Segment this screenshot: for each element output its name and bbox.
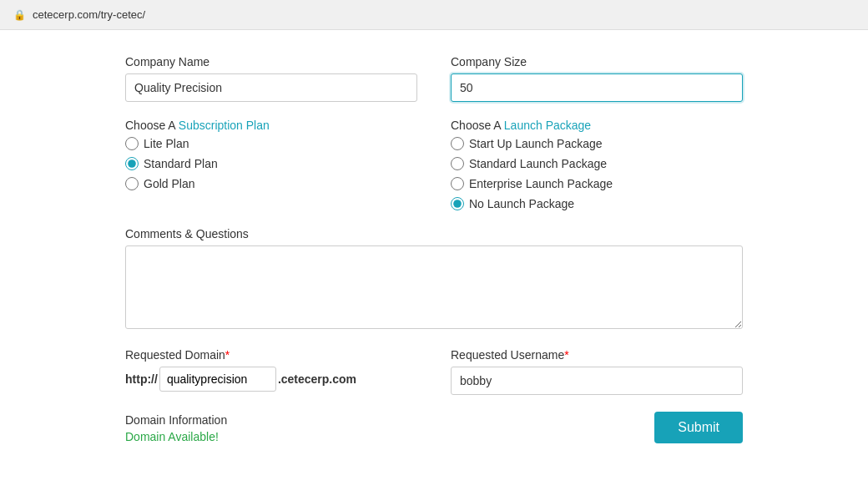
form-container: Company Name Company Size Choose A Subsc… [75,55,793,443]
launch-none-label: No Launch Package [469,197,574,210]
launch-startup[interactable]: Start Up Launch Package [451,137,743,150]
launch-radio-group: Start Up Launch Package Standard Launch … [451,137,743,210]
domain-username-row: Requested Domain* http:// .cetecerp.com … [125,348,743,395]
domain-label: Requested Domain* [125,348,417,362]
company-size-input[interactable] [451,73,743,102]
company-size-label: Company Size [451,55,743,68]
subscription-radio-group: Lite Plan Standard Plan Gold Plan [125,137,417,190]
subscription-standard-radio[interactable] [125,157,139,170]
url-bar: cetecerp.com/try-cetec/ [33,8,145,21]
username-required-star: * [564,348,568,362]
domain-input[interactable] [159,367,276,392]
subscription-lite-label: Lite Plan [144,137,189,150]
subscription-label: Choose A Subscription Plan [125,119,417,132]
subscription-gold-label: Gold Plan [144,177,194,190]
domain-available-text: Domain Available! [125,430,417,443]
company-row: Company Name Company Size [125,55,743,102]
submit-col: Submit [451,412,743,443]
lock-icon: 🔒 [13,9,26,21]
domain-info-col: Domain Information Domain Available! [125,413,417,443]
subscription-gold-radio[interactable] [125,177,139,190]
subscription-gold[interactable]: Gold Plan [125,177,417,190]
launch-standard[interactable]: Standard Launch Package [451,157,743,170]
launch-package-link[interactable]: Launch Package [504,119,591,132]
domain-suffix: .cetecerp.com [278,372,356,386]
plan-row: Choose A Subscription Plan Lite Plan Sta… [125,119,743,210]
company-name-input[interactable] [125,73,417,102]
launch-none-radio[interactable] [451,197,464,210]
launch-startup-label: Start Up Launch Package [469,137,603,150]
launch-label: Choose A Launch Package [451,119,743,132]
domain-prefix: http:// [125,372,158,386]
browser-bar: 🔒 cetecerp.com/try-cetec/ [0,0,868,30]
launch-standard-label: Standard Launch Package [469,157,607,170]
launch-col: Choose A Launch Package Start Up Launch … [451,119,743,210]
subscription-standard-label: Standard Plan [144,157,218,170]
subscription-col: Choose A Subscription Plan Lite Plan Sta… [125,119,417,210]
comments-label: Comments & Questions [125,227,743,240]
subscription-standard[interactable]: Standard Plan [125,157,417,170]
username-label: Requested Username* [451,348,743,362]
company-name-col: Company Name [125,55,417,102]
launch-startup-radio[interactable] [451,137,464,150]
launch-standard-radio[interactable] [451,157,464,170]
launch-none[interactable]: No Launch Package [451,197,743,210]
company-name-label: Company Name [125,55,417,68]
username-col: Requested Username* [451,348,743,395]
username-input[interactable] [451,367,743,395]
company-size-col: Company Size [451,55,743,102]
submit-button[interactable]: Submit [654,412,743,443]
subscription-plan-link[interactable]: Subscription Plan [179,119,270,132]
launch-enterprise-label: Enterprise Launch Package [469,177,613,190]
launch-enterprise[interactable]: Enterprise Launch Package [451,177,743,190]
comments-textarea[interactable] [125,245,743,329]
domain-col: Requested Domain* http:// .cetecerp.com [125,348,417,392]
launch-enterprise-radio[interactable] [451,177,464,190]
comments-row: Comments & Questions [125,227,743,331]
domain-info-submit-row: Domain Information Domain Available! Sub… [125,412,743,443]
domain-info-label: Domain Information [125,413,417,427]
subscription-lite[interactable]: Lite Plan [125,137,417,150]
domain-input-group: http:// .cetecerp.com [125,367,417,392]
domain-required-star: * [225,348,230,362]
subscription-lite-radio[interactable] [125,137,139,150]
